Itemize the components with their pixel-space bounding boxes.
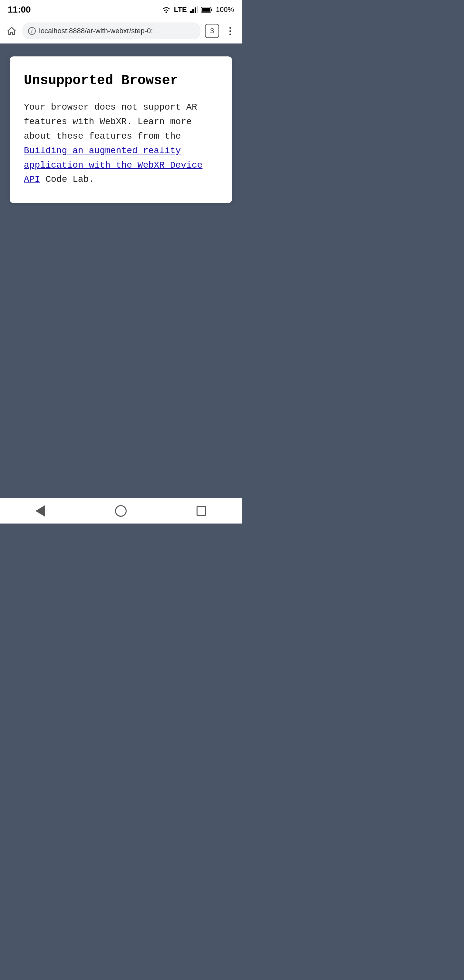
wifi-icon [162, 6, 171, 13]
status-bar: 11:00 LTE 100% [0, 0, 242, 19]
info-icon: i [28, 27, 36, 35]
card-title: Unsupported Browser [24, 73, 218, 89]
page-content: Unsupported Browser Your browser does no… [0, 43, 242, 497]
recent-apps-icon [197, 506, 206, 516]
card-body: Your browser does not support AR feature… [24, 100, 218, 187]
svg-rect-1 [190, 11, 192, 13]
browser-chrome: i localhost:8888/ar-with-webxr/step-0: 3 [0, 19, 242, 43]
menu-dot-3 [229, 33, 231, 35]
back-button[interactable] [30, 501, 50, 520]
menu-dot-1 [229, 27, 231, 29]
svg-rect-7 [202, 8, 210, 12]
recent-apps-button[interactable] [192, 501, 211, 520]
menu-button[interactable] [224, 24, 237, 37]
svg-rect-2 [192, 9, 194, 13]
svg-rect-6 [211, 9, 212, 11]
battery-icon [201, 6, 213, 13]
unsupported-browser-card: Unsupported Browser Your browser does no… [10, 56, 232, 203]
menu-dot-2 [229, 30, 231, 32]
lte-label: LTE [174, 5, 187, 14]
back-icon [35, 505, 45, 517]
url-text: localhost:8888/ar-with-webxr/step-0: [39, 27, 153, 35]
svg-point-0 [165, 12, 167, 13]
address-bar[interactable]: i localhost:8888/ar-with-webxr/step-0: [22, 22, 200, 39]
tab-count-button[interactable]: 3 [205, 24, 219, 38]
status-time: 11:00 [8, 5, 31, 15]
status-icons: LTE 100% [162, 5, 234, 14]
nav-bar [0, 498, 242, 523]
card-body-text-1: Your browser does not support AR feature… [24, 102, 197, 141]
card-body-text-2: Code Lab. [40, 174, 94, 185]
svg-rect-3 [195, 7, 196, 13]
home-nav-icon [115, 505, 127, 517]
home-icon [6, 26, 17, 36]
svg-rect-4 [197, 6, 198, 13]
battery-percent: 100% [216, 5, 234, 14]
home-nav-button[interactable] [111, 501, 130, 520]
signal-icon [190, 6, 198, 13]
home-button[interactable] [5, 24, 18, 37]
